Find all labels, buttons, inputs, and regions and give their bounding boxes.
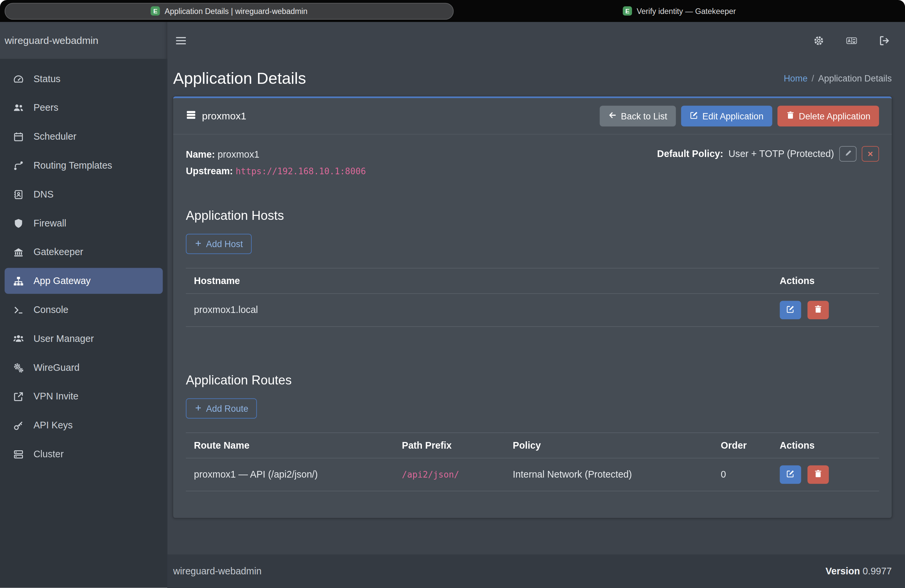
- add-route-button[interactable]: Add Route: [186, 399, 257, 419]
- sidebar-item-label: Cluster: [33, 449, 64, 459]
- navbar-actions: [813, 35, 890, 46]
- sidebar-item-label: Peers: [33, 102, 59, 113]
- sidebar-item-label: Console: [33, 304, 68, 315]
- pencil-square-icon: [689, 111, 698, 121]
- language-icon[interactable]: [846, 35, 857, 46]
- card-header: proxmox1 Back to List Edit Application: [173, 98, 892, 134]
- add-host-label: Add Host: [206, 239, 243, 249]
- app-frame: wireguard-webadmin Status Peers Schedule…: [0, 22, 905, 588]
- routes-col-name: Route Name: [186, 433, 394, 458]
- delete-host-button[interactable]: [808, 300, 829, 319]
- delete-application-button[interactable]: Delete Application: [777, 106, 879, 127]
- hosts-table: Hostname Actions proxmox1.local: [186, 268, 879, 327]
- route-row: proxmox1 — API (/api2/json/) /api2/json/…: [186, 458, 879, 491]
- browser-tab-strip: E Application Details | wireguard-webadm…: [0, 0, 905, 22]
- routes-col-path: Path Prefix: [394, 433, 505, 458]
- trash-icon: [814, 469, 822, 480]
- sidebar-item-console[interactable]: Console: [5, 297, 163, 323]
- calendar-icon: [12, 131, 25, 142]
- sidebar-item-app-gateway[interactable]: App Gateway: [5, 268, 163, 294]
- sidebar-item-peers[interactable]: Peers: [5, 95, 163, 121]
- hosts-col-actions: Actions: [772, 268, 879, 293]
- edit-policy-button[interactable]: [839, 146, 856, 162]
- footer-version: Version 0.9977: [826, 566, 892, 576]
- card-body: Name: proxmox1 Upstream: https://192.168…: [173, 135, 892, 518]
- sidebar-item-dns[interactable]: DNS: [5, 181, 163, 207]
- sidebar-item-label: Scheduler: [33, 131, 76, 142]
- application-info: Name: proxmox1 Upstream: https://192.168…: [186, 146, 879, 179]
- screenshot-viewport: E Application Details | wireguard-webadm…: [0, 0, 905, 588]
- card-header-buttons: Back to List Edit Application Delete App…: [599, 106, 879, 127]
- sidebar-item-status[interactable]: Status: [5, 66, 163, 92]
- browser-tab-inactive[interactable]: E Verify identity — Gatekeeper: [454, 6, 905, 16]
- host-actions-cell: [772, 293, 879, 326]
- arrow-left-icon: [608, 111, 617, 121]
- browser-tab-active[interactable]: E Application Details | wireguard-webadm…: [5, 3, 454, 19]
- breadcrumb-current: Application Details: [818, 73, 892, 83]
- sidebar-item-wireguard[interactable]: WireGuard: [5, 354, 163, 380]
- add-host-button[interactable]: Add Host: [186, 234, 251, 254]
- footer-app-name: wireguard-webadmin: [173, 566, 262, 576]
- sidebar-item-user-manager[interactable]: User Manager: [5, 326, 163, 351]
- main-column: Application Details Home/Application Det…: [167, 22, 905, 588]
- delete-route-button[interactable]: [808, 465, 829, 484]
- delete-application-label: Delete Application: [799, 111, 870, 121]
- trash-icon: [786, 111, 795, 121]
- application-card: proxmox1 Back to List Edit Application: [173, 97, 892, 518]
- hosts-header-row: Hostname Actions: [186, 268, 879, 293]
- plus-icon: [194, 239, 202, 249]
- back-to-list-label: Back to List: [621, 111, 667, 121]
- sidebar-item-firewall[interactable]: Firewall: [5, 210, 163, 236]
- back-to-list-button[interactable]: Back to List: [599, 106, 676, 127]
- upstream-label: Upstream:: [186, 165, 233, 176]
- name-value: proxmox1: [218, 149, 260, 159]
- sidebar-item-label: Gatekeeper: [33, 246, 83, 257]
- gears-icon: [12, 362, 25, 372]
- close-icon: ×: [868, 149, 873, 159]
- sidebar-item-routing-templates[interactable]: Routing Templates: [5, 152, 163, 178]
- hosts-col-hostname: Hostname: [186, 268, 772, 293]
- favicon-icon: E: [623, 6, 632, 16]
- sidebar-item-label: Routing Templates: [33, 160, 113, 171]
- breadcrumb: Home/Application Details: [784, 73, 892, 83]
- footer: wireguard-webadmin Version 0.9977: [167, 555, 905, 588]
- sidebar-item-label: Firewall: [33, 218, 67, 229]
- upstream-value: https://192.168.10.1:8006: [236, 166, 366, 176]
- terminal-icon: [12, 305, 25, 315]
- routes-table: Route Name Path Prefix Policy Order Acti…: [186, 432, 879, 491]
- sidebar-item-cluster[interactable]: Cluster: [5, 441, 163, 467]
- tachometer-icon: [12, 73, 25, 84]
- pencil-square-icon: [786, 469, 795, 480]
- sidebar-toggle-icon[interactable]: [176, 36, 187, 45]
- edit-application-button[interactable]: Edit Application: [681, 106, 772, 127]
- policy-label: Default Policy:: [657, 148, 723, 159]
- users-icon: [12, 102, 25, 113]
- breadcrumb-separator: /: [811, 73, 814, 83]
- sidebar-item-label: App Gateway: [33, 275, 91, 286]
- logout-icon[interactable]: [879, 35, 890, 46]
- breadcrumb-home-link[interactable]: Home: [784, 73, 808, 83]
- routes-heading: Application Routes: [186, 373, 879, 388]
- routes-header-row: Route Name Path Prefix Policy Order Acti…: [186, 433, 879, 458]
- route-actions-cell: [772, 458, 879, 491]
- application-name-line: Name: proxmox1: [186, 146, 366, 163]
- settings-gear-icon[interactable]: [813, 35, 824, 46]
- application-upstream-line: Upstream: https://192.168.10.1:8006: [186, 163, 366, 179]
- sidebar-item-label: API Keys: [33, 420, 73, 431]
- sidebar-item-gatekeeper[interactable]: Gatekeeper: [5, 239, 163, 265]
- route-name-cell: proxmox1 — API (/api2/json/): [186, 458, 394, 491]
- clear-policy-button[interactable]: ×: [862, 146, 879, 162]
- edit-route-button[interactable]: [780, 465, 801, 484]
- sidebar-item-api-keys[interactable]: API Keys: [5, 412, 163, 439]
- page-head: Application Details Home/Application Det…: [173, 69, 892, 88]
- shield-icon: [12, 218, 25, 228]
- edit-host-button[interactable]: [780, 300, 801, 319]
- routes-col-actions: Actions: [772, 433, 879, 458]
- bank-icon: [12, 247, 25, 257]
- application-name: proxmox1: [202, 110, 246, 122]
- sidebar-item-scheduler[interactable]: Scheduler: [5, 124, 163, 149]
- page-title: Application Details: [173, 69, 306, 88]
- server-stack-icon: [186, 110, 196, 123]
- sidebar-item-vpn-invite[interactable]: VPN Invite: [5, 383, 163, 409]
- sidebar-item-label: User Manager: [33, 333, 94, 344]
